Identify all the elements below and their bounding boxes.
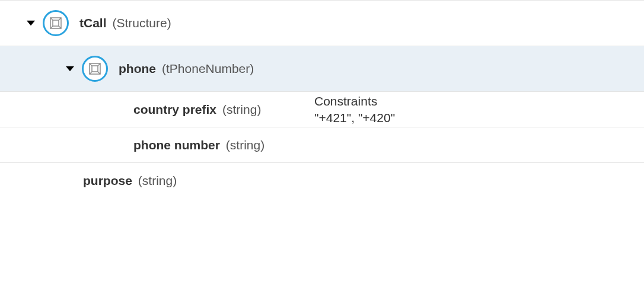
structure-icon (43, 10, 69, 36)
tree-row-tcall[interactable]: tCall Structure (0, 0, 644, 46)
caret-down-icon (27, 19, 35, 27)
svg-marker-7 (66, 66, 74, 71)
node-type: string (138, 174, 177, 188)
expand-toggle[interactable] (65, 64, 75, 73)
svg-rect-2 (53, 20, 59, 26)
svg-rect-9 (92, 66, 98, 72)
expand-toggle[interactable] (26, 18, 36, 28)
tree-row-purpose[interactable]: purpose string (0, 162, 644, 198)
constraints-value: "+421", "+420" (314, 111, 395, 125)
node-type: Structure (113, 16, 171, 30)
tree-row-country-prefix[interactable]: country prefix string Constraints "+421"… (0, 91, 644, 127)
svg-marker-0 (27, 21, 35, 25)
constraints-block: Constraints "+421", "+420" (314, 94, 395, 125)
node-type: string (226, 138, 264, 152)
structure-icon (82, 56, 108, 82)
node-name: phone (119, 62, 156, 76)
node-name: tCall (79, 16, 107, 30)
tree-row-phone[interactable]: phone tPhoneNumber (0, 46, 644, 91)
node-type: string (222, 103, 261, 117)
node-name: purpose (83, 174, 132, 188)
caret-down-icon (66, 65, 74, 73)
tree-row-phone-number[interactable]: phone number string (0, 127, 644, 162)
node-name: country prefix (133, 103, 216, 117)
node-type: tPhoneNumber (162, 62, 254, 76)
constraints-label: Constraints (314, 94, 395, 108)
node-name: phone number (133, 138, 220, 152)
